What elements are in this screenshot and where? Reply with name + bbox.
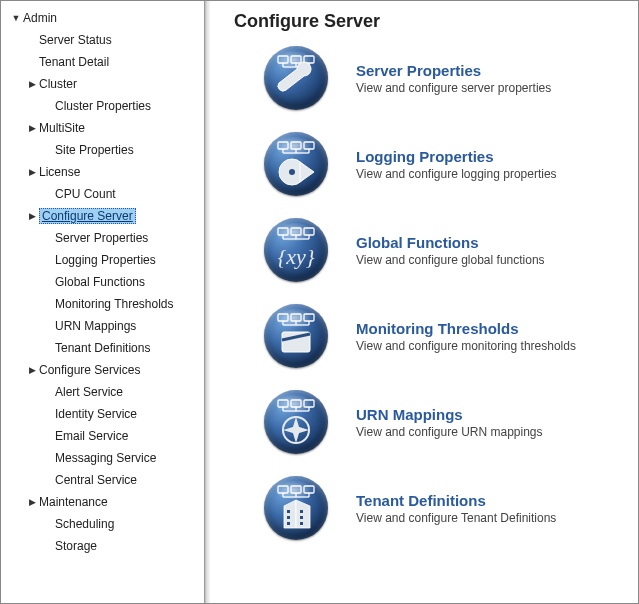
card-title-link[interactable]: Server Properties <box>356 62 551 79</box>
card-title-link[interactable]: Global Functions <box>356 234 545 251</box>
nav-item-label: URN Mappings <box>55 319 136 333</box>
svg-rect-16 <box>278 228 288 235</box>
svg-rect-1 <box>291 56 301 63</box>
card-text: URN MappingsView and configure URN mappi… <box>356 406 543 439</box>
chevron-right-icon: ▶ <box>27 123 37 133</box>
nav-item-label: Monitoring Thresholds <box>55 297 174 311</box>
nav-item-multisite[interactable]: ▶MultiSite <box>5 117 204 139</box>
nav-item-label: License <box>39 165 80 179</box>
nav-item-configure-services[interactable]: ▶Configure Services <box>5 359 204 381</box>
nav-item-email-service[interactable]: Email Service <box>5 425 204 447</box>
card-description: View and configure logging properties <box>356 167 557 181</box>
card-tenant-definitions: Tenant DefinitionsView and configure Ten… <box>264 476 620 540</box>
nav-item-label: Email Service <box>55 429 128 443</box>
chevron-right-icon: ▶ <box>27 167 37 177</box>
svg-rect-52 <box>300 522 303 525</box>
compass-icon[interactable] <box>264 390 328 454</box>
nav-item-identity-service[interactable]: Identity Service <box>5 403 204 425</box>
nav-item-label: Admin <box>23 11 57 25</box>
nav-item-alert-service[interactable]: Alert Service <box>5 381 204 403</box>
svg-rect-24 <box>278 314 288 321</box>
nav-item-label: Configure Server <box>39 208 136 224</box>
chevron-down-icon: ▼ <box>11 13 21 23</box>
nav-item-storage[interactable]: Storage <box>5 535 204 557</box>
card-global-functions: {xy}Global FunctionsView and configure g… <box>264 218 620 282</box>
card-title-link[interactable]: Tenant Definitions <box>356 492 556 509</box>
nav-item-admin[interactable]: ▼Admin <box>5 7 204 29</box>
chevron-right-icon: ▶ <box>27 79 37 89</box>
svg-text:{xy}: {xy} <box>277 244 314 269</box>
nav-item-cpu-count[interactable]: CPU Count <box>5 183 204 205</box>
nav-item-monitoring-thresholds[interactable]: Monitoring Thresholds <box>5 293 204 315</box>
svg-rect-48 <box>287 516 290 519</box>
nav-item-cluster-properties[interactable]: Cluster Properties <box>5 95 204 117</box>
nav-item-server-status[interactable]: Server Status <box>5 29 204 51</box>
svg-rect-49 <box>287 522 290 525</box>
nav-item-label: Site Properties <box>55 143 134 157</box>
card-text: Server PropertiesView and configure serv… <box>356 62 551 95</box>
nav-item-scheduling[interactable]: Scheduling <box>5 513 204 535</box>
nav-item-label: Cluster Properties <box>55 99 151 113</box>
nav-item-label: Server Properties <box>55 231 148 245</box>
card-title-link[interactable]: Monitoring Thresholds <box>356 320 576 337</box>
nav-item-license[interactable]: ▶License <box>5 161 204 183</box>
nav-item-label: Messaging Service <box>55 451 156 465</box>
nav-item-global-functions[interactable]: Global Functions <box>5 271 204 293</box>
chevron-right-icon: ▶ <box>27 497 37 507</box>
card-description: View and configure monitoring thresholds <box>356 339 576 353</box>
svg-rect-50 <box>300 510 303 513</box>
svg-rect-47 <box>287 510 290 513</box>
wrench-icon[interactable] <box>264 46 328 110</box>
nav-item-label: Maintenance <box>39 495 108 509</box>
sidebar-nav: ▼AdminServer StatusTenant Detail▶Cluster… <box>1 1 204 603</box>
svg-rect-34 <box>304 400 314 407</box>
svg-rect-32 <box>278 400 288 407</box>
chevron-right-icon: ▶ <box>27 365 37 375</box>
card-description: View and configure URN mappings <box>356 425 543 439</box>
page-title: Configure Server <box>234 11 620 32</box>
nav-item-configure-server[interactable]: ▶Configure Server <box>5 205 204 227</box>
nav-item-cluster[interactable]: ▶Cluster <box>5 73 204 95</box>
nav-item-tenant-detail[interactable]: Tenant Detail <box>5 51 204 73</box>
building-icon[interactable] <box>264 476 328 540</box>
nav-item-server-properties[interactable]: Server Properties <box>5 227 204 249</box>
svg-rect-0 <box>278 56 288 63</box>
svg-rect-8 <box>291 142 301 149</box>
nav-item-label: Global Functions <box>55 275 145 289</box>
card-text: Global FunctionsView and configure globa… <box>356 234 545 267</box>
svg-rect-9 <box>304 142 314 149</box>
nav-item-label: Logging Properties <box>55 253 156 267</box>
nav-item-label: Identity Service <box>55 407 137 421</box>
fx-icon[interactable]: {xy} <box>264 218 328 282</box>
svg-rect-33 <box>291 400 301 407</box>
svg-rect-26 <box>304 314 314 321</box>
nav-item-label: Cluster <box>39 77 77 91</box>
svg-rect-18 <box>304 228 314 235</box>
card-monitoring-thresholds: Monitoring ThresholdsView and configure … <box>264 304 620 368</box>
nav-item-logging-properties[interactable]: Logging Properties <box>5 249 204 271</box>
card-text: Tenant DefinitionsView and configure Ten… <box>356 492 556 525</box>
card-title-link[interactable]: URN Mappings <box>356 406 543 423</box>
nav-item-label: Tenant Definitions <box>55 341 150 355</box>
disc-icon[interactable] <box>264 132 328 196</box>
monitor-icon[interactable] <box>264 304 328 368</box>
nav-item-central-service[interactable]: Central Service <box>5 469 204 491</box>
nav-item-site-properties[interactable]: Site Properties <box>5 139 204 161</box>
nav-item-urn-mappings[interactable]: URN Mappings <box>5 315 204 337</box>
svg-rect-7 <box>278 142 288 149</box>
nav-item-tenant-definitions[interactable]: Tenant Definitions <box>5 337 204 359</box>
main-content: Configure Server Server PropertiesView a… <box>210 1 638 603</box>
nav-item-label: MultiSite <box>39 121 85 135</box>
nav-item-label: Server Status <box>39 33 112 47</box>
card-description: View and configure Tenant Definitions <box>356 511 556 525</box>
card-list: Server PropertiesView and configure serv… <box>228 46 620 540</box>
card-server-properties: Server PropertiesView and configure serv… <box>264 46 620 110</box>
nav-item-label: CPU Count <box>55 187 116 201</box>
svg-rect-25 <box>291 314 301 321</box>
svg-rect-51 <box>300 516 303 519</box>
nav-item-messaging-service[interactable]: Messaging Service <box>5 447 204 469</box>
nav-item-label: Central Service <box>55 473 137 487</box>
card-title-link[interactable]: Logging Properties <box>356 148 557 165</box>
card-text: Monitoring ThresholdsView and configure … <box>356 320 576 353</box>
nav-item-maintenance[interactable]: ▶Maintenance <box>5 491 204 513</box>
